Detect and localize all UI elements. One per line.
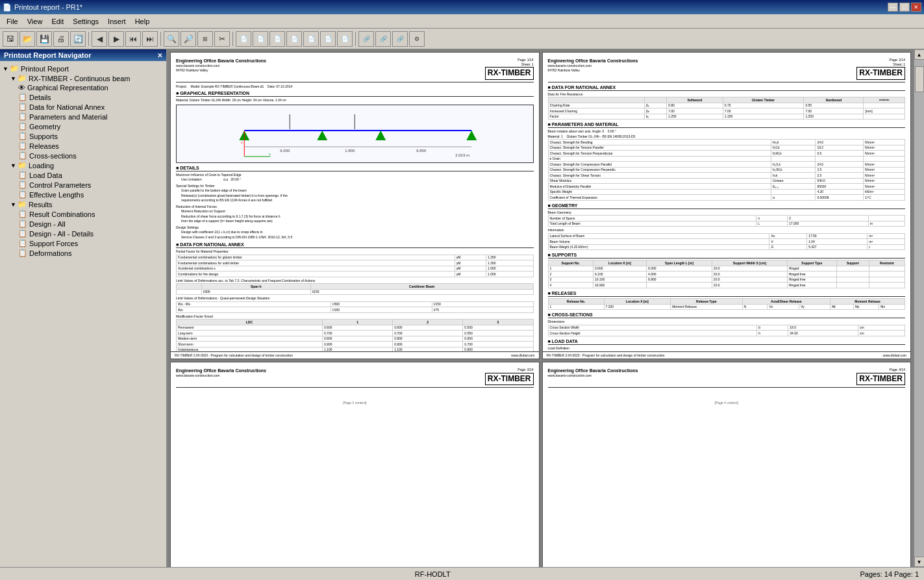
doc7-button[interactable]: 📄 xyxy=(337,31,353,47)
new-button[interactable]: 🖫 xyxy=(3,31,18,47)
print-button[interactable]: 🖨 xyxy=(53,31,69,47)
expand-rx-timber[interactable]: ▼ xyxy=(10,75,16,82)
tree-item-deformations[interactable]: 📋 Deformations xyxy=(0,248,166,258)
page-icon-result-combos: 📋 xyxy=(18,210,27,218)
pg1-project: Project: xyxy=(176,84,187,88)
tree-item-loading[interactable]: ▼ 📁 Loading xyxy=(0,160,166,170)
maximize-button[interactable]: □ xyxy=(899,3,910,12)
pg2-sec-releases: ■ RELEASES xyxy=(548,290,906,297)
scroll-track[interactable] xyxy=(914,60,924,557)
expand-root[interactable]: ▼ xyxy=(3,66,8,72)
pg2-geometry-content: Beam Geometry Number of Spansn3 Total Le… xyxy=(548,210,906,251)
pg1-sec-details: ■ DETAILS xyxy=(176,165,534,171)
tree-container[interactable]: ▼ 📁 Printout Report ▼ 📁 RX-TIMBER - Cont… xyxy=(0,61,166,567)
link1-button[interactable]: 🔗 xyxy=(358,31,374,47)
tree-item-national[interactable]: 📋 Data for National Annex xyxy=(0,102,166,112)
tree-item-results[interactable]: ▼ 📁 Results xyxy=(0,199,166,209)
zoom-out-button[interactable]: 🔎 xyxy=(181,31,196,47)
tree-item-cross-sections[interactable]: 📋 Cross-sections xyxy=(0,151,166,160)
pg4-placeholder: [Page 4 content] xyxy=(548,401,906,405)
forward-button[interactable]: ▶ xyxy=(108,31,124,47)
page-icon-effective: 📋 xyxy=(18,190,27,199)
tree-item-releases[interactable]: 📋 Releases xyxy=(0,141,166,151)
tree-item-effective[interactable]: 📋 Effective Lengths xyxy=(0,190,166,199)
link2-button[interactable]: 🔗 xyxy=(375,31,391,47)
menu-settings[interactable]: Settings xyxy=(69,16,103,27)
tree-item-support-forces[interactable]: 📋 Support Forces xyxy=(0,238,166,248)
cut-button[interactable]: ✂ xyxy=(214,31,230,47)
window-title: Printout report - PR1* xyxy=(14,3,82,11)
pg3-pagenum: 3/14 xyxy=(527,368,534,372)
pg2-sheetnum: 1 xyxy=(903,62,905,66)
pg1-logo: RX-TIMBER xyxy=(485,67,534,80)
title-bar-left: 📄 Printout report - PR1* xyxy=(3,3,82,12)
tree-item-supports[interactable]: 📋 Supports xyxy=(0,131,166,141)
content-area[interactable]: Engineering Office Bavaria Constructions… xyxy=(168,49,914,567)
expand-loading[interactable]: ▼ xyxy=(10,162,16,169)
scroll-up-button[interactable]: ▲ xyxy=(914,49,925,60)
tree-item-design-all[interactable]: 📋 Design - All xyxy=(0,219,166,229)
tree-item-details[interactable]: 📋 Details xyxy=(0,92,166,102)
fit-button[interactable]: ⊞ xyxy=(197,31,213,47)
back-button[interactable]: ◀ xyxy=(92,31,107,47)
close-button[interactable]: ✕ xyxy=(911,3,921,12)
vertical-scrollbar[interactable]: ▲ ▼ xyxy=(914,49,924,567)
last-button[interactable]: ⏭ xyxy=(142,31,158,47)
page-icon-supports: 📋 xyxy=(18,132,27,140)
menu-insert[interactable]: Insert xyxy=(104,16,130,27)
status-right: Pages: 14 Page: 1 xyxy=(860,570,919,578)
menu-edit[interactable]: Edit xyxy=(47,16,68,27)
pg2-cross-content: Dimensions Cross-Section Widthb18.0cm Cr… xyxy=(548,320,906,336)
page-icon-design-details: 📋 xyxy=(18,229,27,238)
tree-item-rx-timber[interactable]: ▼ 📁 RX-TIMBER - Continuous beam xyxy=(0,73,166,83)
tree-label-national: Data for National Annex xyxy=(29,103,105,111)
scroll-thumb[interactable] xyxy=(915,66,924,92)
pg4-logo: RX-TIMBER xyxy=(856,373,905,386)
doc4-button[interactable]: 📄 xyxy=(286,31,302,47)
svg-marker-2 xyxy=(317,131,327,140)
pg2-sec-cross: ■ CROSS-SECTIONS xyxy=(548,312,906,318)
open-button[interactable]: 📂 xyxy=(19,31,35,47)
menu-file[interactable]: File xyxy=(3,16,22,27)
doc5-button[interactable]: 📄 xyxy=(303,31,319,47)
eye-icon: 👁 xyxy=(18,84,25,92)
sep1 xyxy=(88,32,89,46)
menu-view[interactable]: View xyxy=(23,16,47,27)
tree-item-graphical[interactable]: 👁 Graphical Representation xyxy=(0,83,166,92)
scroll-down-button[interactable]: ▼ xyxy=(914,557,925,567)
tree-item-load-data[interactable]: 📋 Load Data xyxy=(0,170,166,180)
save-button[interactable]: 💾 xyxy=(36,31,52,47)
tree-label-loading: Loading xyxy=(29,162,54,170)
tree-item-control[interactable]: 📋 Control Parameters xyxy=(0,180,166,190)
tree-label-details: Details xyxy=(29,94,51,101)
pg2-logo: RX-TIMBER xyxy=(856,67,905,80)
doc1-button[interactable]: 📄 xyxy=(236,31,251,47)
tree-label-support-forces: Support Forces xyxy=(29,240,78,247)
first-button[interactable]: ⏮ xyxy=(125,31,141,47)
doc2-button[interactable]: 📄 xyxy=(253,31,268,47)
doc3-button[interactable]: 📄 xyxy=(269,31,285,47)
tree-item-result-combos[interactable]: 📋 Result Combinations xyxy=(0,209,166,219)
tree-item-geometry[interactable]: 📋 Geometry xyxy=(0,121,166,131)
pg4-company: Engineering Office Bavaria Constructions xyxy=(548,368,638,373)
refresh-button[interactable]: 🔄 xyxy=(70,31,86,47)
menu-help[interactable]: Help xyxy=(131,16,154,27)
expand-results[interactable]: ▼ xyxy=(10,201,16,208)
settings-tool-button[interactable]: ⚙ xyxy=(409,31,425,47)
pg1-sheetnum: 1 xyxy=(532,62,534,66)
menu-bar: File View Edit Settings Insert Help xyxy=(0,14,924,29)
minimize-button[interactable]: — xyxy=(888,3,898,12)
zoom-in-button[interactable]: 🔍 xyxy=(164,31,179,47)
tree-item-params[interactable]: 📋 Parameters and Material xyxy=(0,112,166,121)
tree-label-supports: Supports xyxy=(29,132,58,140)
sidebar-close-button[interactable]: ✕ xyxy=(157,52,162,59)
page-content-4: Engineering Office Bavaria Constructions… xyxy=(543,362,911,567)
tree-item-design-all-details[interactable]: 📋 Design - All - Details xyxy=(0,229,166,238)
link3-button[interactable]: 🔗 xyxy=(392,31,408,47)
folder-orange-icon: 📁 xyxy=(18,74,27,82)
page-icon-load-data: 📋 xyxy=(18,171,27,179)
tree-item-root[interactable]: ▼ 📁 Printout Report xyxy=(0,64,166,73)
svg-text:1.800: 1.800 xyxy=(345,149,355,153)
doc6-button[interactable]: 📄 xyxy=(320,31,336,47)
page-icon-params: 📋 xyxy=(18,112,27,121)
